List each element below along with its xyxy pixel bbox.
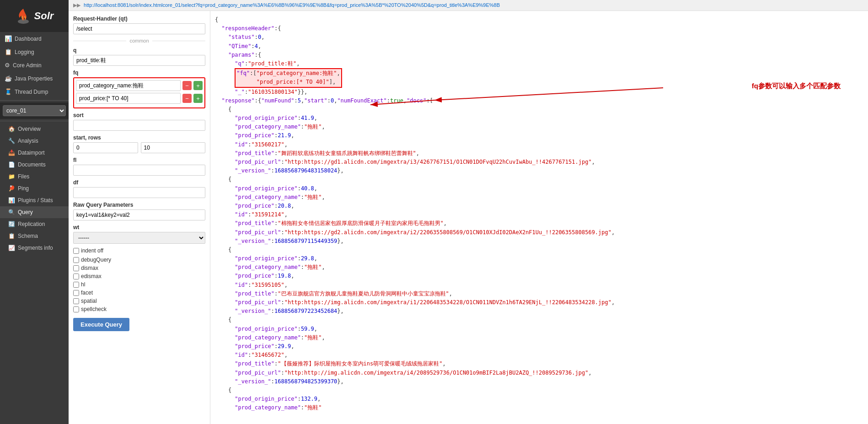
sidebar-divider-2	[0, 121, 69, 121]
spatial-group: spatial	[73, 298, 205, 304]
core-select[interactable]: core_01	[3, 105, 66, 116]
execute-query-button[interactable]: Execute Query	[73, 318, 129, 331]
url-arrow: ▶▶	[73, 2, 80, 8]
java-icon: ☕	[5, 75, 12, 82]
facet-checkbox[interactable]	[73, 290, 79, 296]
solr-logo-text: Solr	[34, 10, 54, 22]
fq-add-btn-2[interactable]: +	[193, 94, 203, 103]
solr-logo-icon	[15, 8, 32, 24]
indent-off-group: indent off	[73, 247, 205, 254]
edismax-checkbox[interactable]	[73, 274, 79, 279]
overview-icon: 🏠	[8, 126, 15, 132]
ping-icon: 🏓	[8, 185, 15, 192]
request-handler-label: Request-Handler (qt)	[73, 16, 205, 22]
sidebar-item-segments-info[interactable]: 📈 Segments info	[0, 242, 69, 254]
schema-icon: 📋	[8, 233, 15, 239]
spellcheck-checkbox[interactable]	[73, 306, 79, 312]
fq-add-btn-1[interactable]: +	[193, 81, 203, 90]
facet-group: facet	[73, 290, 205, 296]
json-output: { "responseHeader":{ "status":0, "QTime"…	[215, 16, 863, 412]
sidebar-item-overview[interactable]: 🏠 Overview	[0, 123, 69, 135]
checkboxes-section: debugQuery dismax edismax hl facet	[73, 257, 205, 312]
sort-group: sort	[73, 112, 205, 131]
files-icon: 📁	[8, 173, 15, 180]
sidebar-item-dashboard[interactable]: 📊 Dashboard	[0, 32, 69, 45]
spatial-checkbox[interactable]	[73, 298, 79, 304]
sidebar: Solr 📊 Dashboard 📋 Logging ⚙ Core Admin …	[0, 0, 69, 424]
hl-checkbox[interactable]	[73, 282, 79, 288]
thread-dump-icon: 🧵	[5, 88, 12, 95]
logging-icon: 📋	[5, 48, 12, 55]
sidebar-item-analysis[interactable]: 🔧 Analysis	[0, 135, 69, 147]
sidebar-item-thread-dump[interactable]: 🧵 Thread Dump	[0, 85, 69, 98]
sidebar-item-label: Core Admin	[13, 62, 42, 69]
fq-remove-btn-2[interactable]: −	[182, 94, 192, 103]
logo-area: Solr	[0, 0, 69, 32]
content-area: Request-Handler (qt) common q fq − +	[69, 11, 868, 424]
fq-row-1: − +	[76, 80, 203, 91]
raw-query-group: Raw Query Parameters	[73, 202, 205, 220]
wt-select[interactable]: ------ json xml	[73, 232, 205, 244]
sidebar-item-label: Overview	[18, 126, 41, 132]
query-icon: 🔍	[8, 209, 15, 215]
q-label: q	[73, 47, 205, 54]
start-input[interactable]	[73, 142, 138, 153]
dismax-group: dismax	[73, 265, 205, 271]
sidebar-item-schema[interactable]: 📋 Schema	[0, 230, 69, 242]
common-divider: common	[73, 38, 205, 43]
url-bar: ▶▶ http://localhost:8081/solr/index.html…	[69, 0, 868, 11]
sidebar-item-label: Dataimport	[18, 150, 45, 156]
fq-input-2[interactable]	[76, 93, 181, 104]
sidebar-item-replication[interactable]: 🔄 Replication	[0, 218, 69, 230]
url-text: http://localhost:8081/solr/index.htmlcor…	[84, 2, 500, 8]
sidebar-item-logging[interactable]: 📋 Logging	[0, 45, 69, 59]
sidebar-item-ping[interactable]: 🏓 Ping	[0, 182, 69, 194]
fl-label: fl	[73, 157, 205, 163]
dashboard-icon: 📊	[5, 35, 12, 42]
indent-off-checkbox[interactable]	[73, 248, 79, 254]
plugins-icon: 📊	[8, 197, 15, 204]
sidebar-item-files[interactable]: 📁 Files	[0, 171, 69, 182]
sidebar-item-label: Thread Dump	[15, 89, 48, 95]
fq-group: fq − + − +	[73, 70, 205, 108]
sort-label: sort	[73, 112, 205, 118]
raw-query-label: Raw Query Parameters	[73, 202, 205, 208]
wt-group: wt ------ json xml	[73, 224, 205, 244]
sidebar-item-label: Ping	[18, 185, 29, 192]
request-handler-input[interactable]	[73, 23, 205, 34]
sidebar-item-label: Logging	[15, 49, 34, 55]
dismax-checkbox[interactable]	[73, 265, 79, 271]
sidebar-item-label: Dashboard	[15, 36, 42, 42]
fl-input[interactable]	[73, 165, 205, 176]
hl-group: hl	[73, 281, 205, 288]
sidebar-item-dataimport[interactable]: 📥 Dataimport	[0, 147, 69, 159]
documents-icon: 📄	[8, 161, 15, 168]
sidebar-item-documents[interactable]: 📄 Documents	[0, 159, 69, 171]
raw-query-input[interactable]	[73, 209, 205, 220]
sidebar-item-label: Query	[18, 209, 33, 215]
df-input[interactable]	[73, 187, 205, 198]
hl-label: hl	[81, 281, 85, 288]
sidebar-item-query[interactable]: 🔍 Query	[0, 206, 69, 218]
fq-remove-btn-1[interactable]: −	[182, 81, 192, 90]
fq-input-1[interactable]	[76, 80, 181, 91]
segments-icon: 📈	[8, 245, 15, 251]
q-input[interactable]	[73, 55, 205, 66]
edismax-group: edismax	[73, 273, 205, 279]
sidebar-item-label: Plugins / Stats	[18, 197, 53, 204]
replication-icon: 🔄	[8, 221, 15, 227]
sort-input[interactable]	[73, 120, 205, 131]
fl-group: fl	[73, 157, 205, 176]
start-rows-group: start, rows	[73, 134, 205, 153]
sidebar-item-core-admin[interactable]: ⚙ Core Admin	[0, 59, 69, 72]
core-selector[interactable]: core_01	[0, 102, 69, 119]
sidebar-item-label: Segments info	[18, 245, 53, 251]
dismax-label: dismax	[81, 265, 98, 271]
debugQuery-checkbox[interactable]	[73, 257, 79, 263]
sidebar-item-plugins-stats[interactable]: 📊 Plugins / Stats	[0, 194, 69, 206]
wt-label: wt	[73, 224, 205, 231]
rows-input[interactable]	[141, 142, 206, 153]
df-group: df	[73, 179, 205, 198]
main-nav: 📊 Dashboard 📋 Logging ⚙ Core Admin ☕ Jav…	[0, 32, 69, 424]
sidebar-item-java-properties[interactable]: ☕ Java Properties	[0, 72, 69, 85]
